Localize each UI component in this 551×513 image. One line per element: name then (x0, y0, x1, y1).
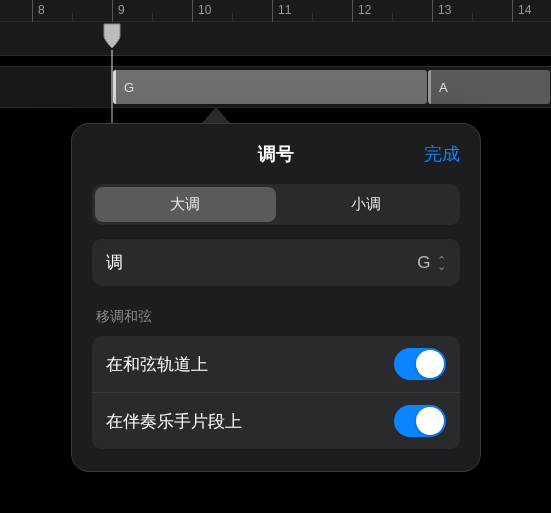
updown-chevron-icon: ⌃⌄ (437, 257, 446, 269)
key-signature-popover: 调号 完成 大调 小调 调 G ⌃⌄ 移调和弦 在和弦轨道上 在伴奏乐手片段上 (71, 107, 481, 472)
ruler-bar-number: 11 (278, 3, 291, 17)
segment-major[interactable]: 大调 (95, 187, 276, 222)
region-label: A (439, 80, 448, 95)
toggle-row-session-player: 在伴奏乐手片段上 (92, 392, 460, 449)
ruler-bar-number: 14 (518, 3, 531, 17)
switch-chord-track[interactable] (394, 348, 446, 380)
segment-minor[interactable]: 小调 (276, 187, 457, 222)
region-label: G (124, 80, 134, 95)
ruler-bar-number: 13 (438, 3, 451, 17)
key-value: G (417, 253, 430, 273)
switch-session-player[interactable] (394, 405, 446, 437)
toggle-row-chord-track: 在和弦轨道上 (92, 336, 460, 392)
done-button[interactable]: 完成 (424, 142, 460, 166)
major-minor-segmented-control[interactable]: 大调 小调 (92, 184, 460, 225)
popover-title: 调号 (258, 144, 294, 164)
ruler-bar-number: 9 (118, 3, 125, 17)
ruler-bar-number: 10 (198, 3, 211, 17)
playhead-marker[interactable] (102, 22, 122, 50)
timeline-ruler[interactable]: 8 9 10 11 12 13 14 (0, 0, 551, 56)
popover-arrow (202, 107, 230, 123)
ruler-bar-number: 12 (358, 3, 371, 17)
key-region-g[interactable]: G (113, 70, 427, 104)
transpose-section-label: 移调和弦 (96, 308, 456, 326)
transpose-options: 在和弦轨道上 在伴奏乐手片段上 (92, 336, 460, 449)
key-selector[interactable]: 调 G ⌃⌄ (92, 239, 460, 286)
key-signature-track[interactable]: G A (0, 66, 551, 108)
toggle-label: 在伴奏乐手片段上 (106, 410, 242, 433)
key-label: 调 (106, 251, 123, 274)
key-region-a[interactable]: A (428, 70, 550, 104)
toggle-label: 在和弦轨道上 (106, 353, 208, 376)
ruler-bar-number: 8 (38, 3, 45, 17)
